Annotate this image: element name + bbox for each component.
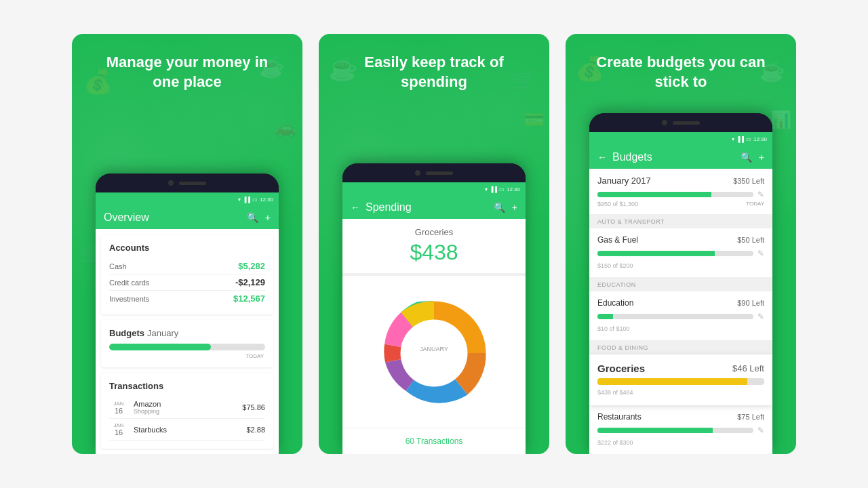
spacer xyxy=(342,273,526,276)
phone-top-bar-3 xyxy=(589,113,772,132)
budgets-progress-container xyxy=(109,344,265,350)
transaction-category-amazon: Shopping xyxy=(134,408,242,415)
account-value-cash: $5,282 xyxy=(238,261,265,271)
transaction-amount-starbucks: $2.88 xyxy=(246,426,265,434)
search-icon-2[interactable]: 🔍 xyxy=(494,202,505,213)
today-marker-budgets: TODAY xyxy=(109,353,265,359)
budget-overall-progress-fill xyxy=(597,192,711,197)
transaction-name-starbucks: Starbucks xyxy=(134,426,246,434)
budget-overall-header: January 2017 $350 Left xyxy=(597,176,764,186)
edit-icon-education[interactable]: ✎ xyxy=(757,312,764,321)
budget-month-left: $350 Left xyxy=(733,177,764,185)
transaction-row-amazon[interactable]: JAN 16 Amazon Shopping $75.86 xyxy=(109,396,265,419)
account-name-credit: Credit cards xyxy=(109,279,149,287)
phone-speaker-1 xyxy=(179,182,206,185)
transactions-link[interactable]: 60 Transactions xyxy=(342,428,526,454)
budgets-label: Budgets xyxy=(109,328,144,338)
add-icon-2[interactable]: + xyxy=(512,202,517,213)
budgets-header: Budgets January xyxy=(109,328,265,338)
budget-item-education[interactable]: Education $90 Left ✎ $10 of $100 xyxy=(589,291,772,341)
app-title-1: Overview xyxy=(104,211,149,224)
add-icon-1[interactable]: + xyxy=(265,212,271,223)
battery-icon: ▭ xyxy=(252,197,258,203)
phone-card-1: 💰 ☕ 🚗 🛒 Manage your money in one place ▾… xyxy=(72,34,302,454)
budget-overall-progress-row: ✎ xyxy=(597,190,764,199)
status-icons-2: ▾ ▐▐ ▭ 12:30 xyxy=(485,186,520,192)
donut-center xyxy=(401,320,468,387)
screen2-title: Easily keep track of spending xyxy=(319,34,549,102)
status-icons-3: ▾ ▐▐ ▭ 12:30 xyxy=(732,136,767,142)
app-header-1: Overview 🔍 + xyxy=(96,206,279,229)
budget-groceries-of: $438 of $484 xyxy=(597,389,633,396)
section-education: EDUCATION xyxy=(589,278,772,291)
search-icon-1[interactable]: 🔍 xyxy=(247,212,258,223)
bg-icon-7: 💳 xyxy=(524,110,545,129)
budget-gas-name: Gas & Fuel xyxy=(597,235,638,245)
phone-camera-3 xyxy=(662,120,667,125)
phone-speaker-3 xyxy=(673,121,700,125)
budget-groceries-progress-fill xyxy=(597,378,747,385)
spending-amount: $438 xyxy=(351,240,517,265)
status-time-2: 12:30 xyxy=(507,186,520,192)
budget-groceries-progress-bg xyxy=(597,378,764,385)
donut-center-label: JANUARY xyxy=(420,346,448,352)
screen1-title: Manage your money in one place xyxy=(72,34,302,102)
screen3-title: Create budgets you can stick to xyxy=(566,34,796,102)
status-time-3: 12:30 xyxy=(753,136,767,142)
transaction-row-starbucks[interactable]: JAN 16 Starbucks $2.88 xyxy=(109,419,265,441)
header-actions-2: 🔍 + xyxy=(494,202,517,213)
spending-category-name: Groceries xyxy=(351,227,517,237)
spending-donut-chart: JANUARY xyxy=(373,292,495,414)
status-icons-1: ▾ ▐▐ ▭ 12:30 xyxy=(238,197,273,203)
back-icon-2[interactable]: ← xyxy=(351,202,360,213)
add-icon-3[interactable]: + xyxy=(759,152,764,163)
edit-icon-overall[interactable]: ✎ xyxy=(757,190,764,199)
budget-gas-left: $50 Left xyxy=(737,236,764,244)
account-row-cash[interactable]: Cash $5,282 xyxy=(109,258,265,274)
phone-card-2: ☕ 🛒 💳 Easily keep track of spending ▾ ▐▐… xyxy=(319,34,549,454)
wifi-icon-2: ▾ xyxy=(485,186,488,192)
transaction-date-1: JAN 16 xyxy=(109,401,128,415)
budget-restaurants-header: Restaurants $75 Left xyxy=(597,412,764,422)
date-day-1: 16 xyxy=(115,407,123,415)
budget-groceries-header: Groceries $46 Left xyxy=(597,363,764,374)
account-name-investments: Investments xyxy=(109,295,149,303)
accounts-title: Accounts xyxy=(109,243,265,253)
transaction-info-starbucks: Starbucks xyxy=(134,426,246,434)
today-label-budgets: TODAY xyxy=(245,353,264,359)
budget-month-name: January 2017 xyxy=(597,176,651,186)
budget-item-groceries[interactable]: Groceries $46 Left $438 of $484 xyxy=(589,354,772,405)
phone-screen-3: January 2017 $350 Left ✎ $950 of $1,300 … xyxy=(589,169,772,454)
app-header-3: ← Budgets 🔍 + xyxy=(589,146,772,169)
green-background-2: ☕ 🛒 💳 Easily keep track of spending ▾ ▐▐… xyxy=(319,34,549,454)
phone-device-2: ▾ ▐▐ ▭ 12:30 ← Spending 🔍 + xyxy=(342,163,526,454)
signal-icon-2: ▐▐ xyxy=(490,186,497,192)
search-icon-3[interactable]: 🔍 xyxy=(741,152,752,163)
battery-icon-3: ▭ xyxy=(746,136,751,142)
today-label-overall: TODAY xyxy=(746,201,764,207)
budget-gas-progress-row: ✎ xyxy=(597,249,764,258)
green-background-3: 💰 ☕ 📊 Create budgets you can stick to ▾ … xyxy=(566,34,796,454)
account-row-credit[interactable]: Credit cards -$2,129 xyxy=(109,274,265,291)
phone-status-bar-1: ▾ ▐▐ ▭ 12:30 xyxy=(96,192,279,206)
signal-icon-3: ▐▐ xyxy=(736,136,744,142)
budget-restaurants-of: $222 of $300 xyxy=(597,439,633,446)
budgets-card: Budgets January TODAY xyxy=(101,320,273,367)
back-icon-3[interactable]: ← xyxy=(597,152,607,163)
budget-item-gas[interactable]: Gas & Fuel $50 Left ✎ $150 of $200 xyxy=(589,228,772,278)
account-value-credit: -$2,129 xyxy=(235,277,265,287)
budget-education-left: $90 Left xyxy=(737,299,764,307)
budget-gas-progress-fill xyxy=(597,251,715,256)
header-actions-3: 🔍 + xyxy=(741,152,764,163)
edit-icon-restaurants[interactable]: ✎ xyxy=(757,426,764,435)
budget-education-progress-row: ✎ xyxy=(597,312,764,321)
signal-icon: ▐▐ xyxy=(243,197,250,203)
budget-item-restaurants[interactable]: Restaurants $75 Left ✎ $222 of $300 xyxy=(589,405,772,454)
date-month-1: JAN xyxy=(113,401,123,407)
budget-restaurants-progress-fill xyxy=(597,428,713,433)
transactions-title: Transactions xyxy=(109,381,265,391)
section-auto-transport: AUTO & TRANSPORT xyxy=(589,215,772,228)
phone-card-3: 💰 ☕ 📊 Create budgets you can stick to ▾ … xyxy=(566,34,796,454)
account-row-investments[interactable]: Investments $12,567 xyxy=(109,291,265,306)
edit-icon-gas[interactable]: ✎ xyxy=(757,249,764,258)
